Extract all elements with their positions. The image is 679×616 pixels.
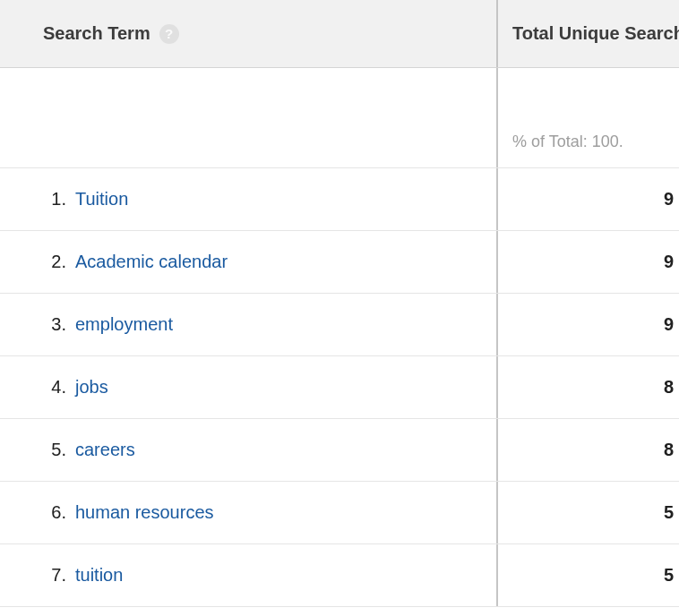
table-cell-value: 5 [498, 482, 679, 543]
table-cell-search-term: 2.Academic calendar [0, 231, 498, 293]
percent-of-total-label: % of Total: 100. [512, 133, 623, 151]
table-cell-value: 9 [498, 294, 679, 355]
table-cell-value: 5 [498, 544, 679, 606]
table-row: 3.employment9 [0, 294, 679, 356]
search-term-link[interactable]: Academic calendar [75, 252, 228, 272]
metric-value: 5 [664, 502, 674, 523]
row-number: 6. [20, 502, 66, 523]
table-cell-search-term: 4.jobs [0, 356, 498, 418]
table-row: 6.human resources5 [0, 482, 679, 544]
metric-value: 8 [664, 440, 674, 460]
column-header-label: Search Term [43, 23, 150, 44]
table-header-row: Search Term ? Total Unique Search [0, 0, 679, 68]
table-row: 5.careers8 [0, 419, 679, 482]
table-cell-value: 9 [498, 168, 679, 230]
table-cell-value: 8 [498, 356, 679, 418]
table-cell-search-term: 6.human resources [0, 482, 498, 543]
table-cell-search-term: 7.tuition [0, 544, 498, 606]
row-number: 2. [20, 252, 66, 272]
table-cell-search-term: 5.careers [0, 419, 498, 481]
metric-value: 9 [664, 314, 674, 335]
search-term-link[interactable]: careers [75, 440, 135, 460]
row-number: 4. [20, 377, 66, 398]
help-icon[interactable]: ? [159, 24, 179, 44]
search-term-link[interactable]: human resources [75, 502, 214, 523]
table-row: 4.jobs8 [0, 356, 679, 419]
metric-value: 9 [664, 189, 674, 210]
search-term-link[interactable]: Tuition [75, 189, 128, 210]
row-number: 1. [20, 189, 66, 210]
table-row: 2.Academic calendar9 [0, 231, 679, 294]
column-header-label: Total Unique Search [512, 23, 679, 44]
table-cell-search-term: 3.employment [0, 294, 498, 355]
summary-row: % of Total: 100. [0, 68, 679, 168]
table-row: 7.tuition5 [0, 544, 679, 607]
metric-value: 9 [664, 252, 674, 272]
table-cell-value: 9 [498, 231, 679, 293]
search-term-link[interactable]: employment [75, 314, 173, 335]
column-header-total-unique-searches[interactable]: Total Unique Search [498, 0, 679, 67]
column-header-search-term[interactable]: Search Term ? [0, 0, 498, 67]
table-cell-search-term: 1.Tuition [0, 168, 498, 230]
summary-cell-left [0, 68, 498, 167]
row-number: 7. [20, 565, 66, 586]
row-number: 5. [20, 440, 66, 460]
summary-cell-right: % of Total: 100. [498, 68, 679, 167]
table-cell-value: 8 [498, 419, 679, 481]
search-term-link[interactable]: tuition [75, 565, 123, 586]
metric-value: 8 [664, 377, 674, 398]
search-terms-table: Search Term ? Total Unique Search % of T… [0, 0, 679, 607]
metric-value: 5 [664, 565, 674, 586]
search-term-link[interactable]: jobs [75, 377, 108, 398]
table-row: 1.Tuition9 [0, 168, 679, 231]
row-number: 3. [20, 314, 66, 335]
